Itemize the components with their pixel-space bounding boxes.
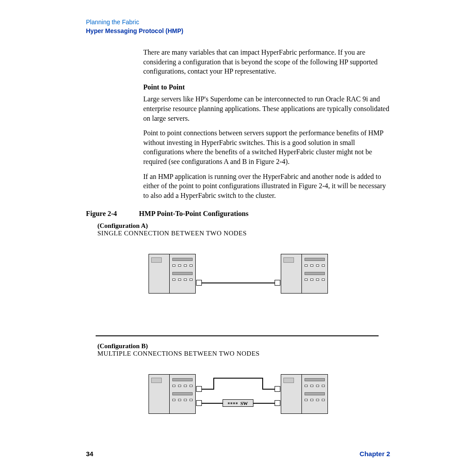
- figure-label: Figure 2-4: [86, 210, 117, 218]
- cable-icon: [202, 283, 275, 283]
- figure-header: Figure 2-4 HMP Point-To-Point Configurat…: [86, 210, 390, 218]
- connector-icon: [196, 400, 202, 406]
- server-node-right-icon: [281, 374, 328, 414]
- connector-icon: [275, 400, 280, 406]
- figure-title: HMP Point-To-Point Configurations: [139, 210, 248, 218]
- body-content: There are many variables that can impact…: [143, 48, 390, 200]
- connector-icon: [196, 386, 202, 392]
- connector-icon: [196, 280, 202, 286]
- switch-icon: SW: [223, 399, 253, 407]
- cable-icon: [262, 389, 275, 390]
- paragraph-3: If an HMP application is running over th…: [143, 172, 390, 201]
- cable-icon: [202, 389, 214, 390]
- section-label: Planning the Fabric: [86, 19, 390, 26]
- paragraph-1: Large servers like HP's Superdome can be…: [143, 94, 390, 123]
- paragraph-2: Point to point connections between serve…: [143, 128, 390, 166]
- figure-container: (Configuration A) SINGLE CONNECTION BETW…: [96, 222, 379, 434]
- cable-icon: [202, 403, 223, 404]
- subsection-label: Hyper Messaging Protocol (HMP): [86, 27, 390, 34]
- connector-icon: [275, 386, 280, 392]
- cable-icon: [262, 378, 263, 390]
- server-node-left-icon: [149, 254, 196, 294]
- cable-icon: [213, 378, 214, 390]
- config-b-title: MULTIPLE CONNECTIONS BETWEEN TWO NODES: [97, 350, 379, 357]
- config-a-title: SINGLE CONNECTION BETWEEN TWO NODES: [97, 230, 379, 237]
- page-footer: 34 Chapter 2: [86, 450, 390, 457]
- diagram-config-a: [96, 245, 379, 313]
- diagram-config-b: SW: [96, 365, 379, 434]
- connector-icon: [275, 280, 280, 286]
- intro-paragraph: There are many variables that can impact…: [143, 48, 390, 76]
- cable-icon: [253, 403, 275, 404]
- page-number: 34: [86, 450, 93, 457]
- switch-label: SW: [240, 401, 248, 406]
- cable-icon: [213, 378, 263, 379]
- page-header: Planning the Fabric Hyper Messaging Prot…: [86, 19, 390, 34]
- server-node-left-icon: [149, 374, 196, 414]
- chapter-label: Chapter 2: [360, 450, 390, 457]
- divider: [96, 335, 379, 336]
- server-node-right-icon: [281, 254, 328, 294]
- point-to-point-heading: Point to Point: [143, 82, 390, 92]
- config-b-label: (Configuration B): [97, 342, 379, 350]
- config-a-label: (Configuration A): [97, 222, 379, 230]
